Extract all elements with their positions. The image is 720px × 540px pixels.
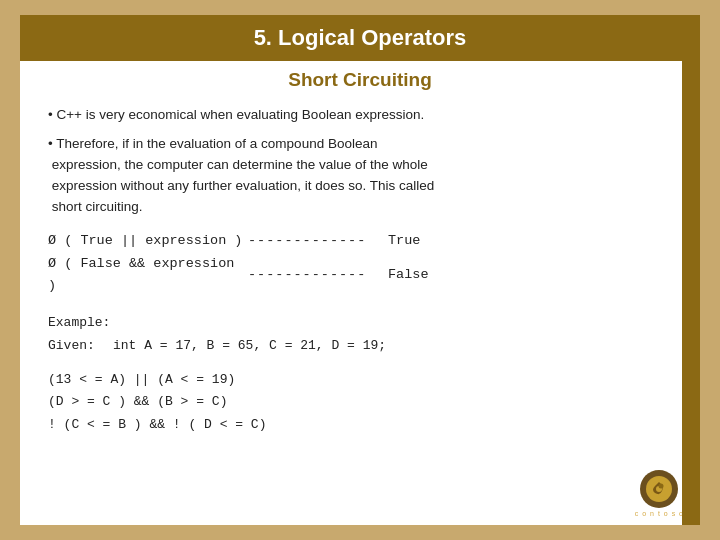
- code-row-2-result: False: [388, 264, 429, 287]
- bullet-2-line3: expression without any further evaluatio…: [52, 178, 434, 193]
- expr-2: (D > = C ) && (B > = C): [48, 391, 672, 414]
- code-row-2: Ø ( False && expression ) ------------- …: [48, 253, 672, 299]
- logo-circle: [640, 470, 678, 508]
- logo-inner: [646, 476, 672, 502]
- code-row-2-dashes: -------------: [248, 264, 388, 287]
- code-row-2-expr: Ø ( False && expression ): [48, 253, 248, 299]
- code-row-1-expr: Ø ( True || expression ): [48, 230, 248, 253]
- content-area: • C++ is very economical when evaluating…: [20, 97, 700, 447]
- given-value: int A = 17, B = 65, C = 21, D = 19;: [113, 335, 386, 357]
- svg-point-2: [659, 484, 664, 489]
- slide-container: 5. Logical Operators Short Circuiting • …: [20, 15, 700, 525]
- expressions-block: (13 < = A) || (A < = 19) (D > = C ) && (…: [48, 369, 672, 437]
- bullet-2-line2: expression, the computer can determine t…: [52, 157, 428, 172]
- bullet-dot-2: •: [48, 136, 56, 151]
- logo-swirl-icon: [648, 478, 670, 500]
- code-block: Ø ( True || expression ) ------------- T…: [48, 230, 672, 299]
- right-bar-decoration: [682, 15, 700, 525]
- given-line: Given: int A = 17, B = 65, C = 21, D = 1…: [48, 335, 672, 357]
- bullet-2: • Therefore, if in the evaluation of a c…: [48, 134, 672, 218]
- expr-1: (13 < = A) || (A < = 19): [48, 369, 672, 392]
- bullet-1: • C++ is very economical when evaluating…: [48, 105, 672, 126]
- expr-3: ! (C < = B ) && ! ( D < = C): [48, 414, 672, 437]
- given-label: Given:: [48, 335, 103, 357]
- bullet-2-line4: short circuiting.: [52, 199, 143, 214]
- example-block: Example: Given: int A = 17, B = 65, C = …: [48, 312, 672, 356]
- contoso-logo: c o n t o s o: [635, 470, 684, 517]
- code-row-1-dashes: -------------: [248, 230, 388, 253]
- logo-text: c o n t o s o: [635, 510, 684, 517]
- subtitle-text: Short Circuiting: [288, 69, 432, 90]
- title-text: 5. Logical Operators: [254, 25, 467, 50]
- example-label-line: Example:: [48, 312, 672, 334]
- code-row-1-result: True: [388, 230, 420, 253]
- code-row-1: Ø ( True || expression ) ------------- T…: [48, 230, 672, 253]
- subtitle: Short Circuiting: [20, 61, 700, 97]
- bullet-1-text: C++ is very economical when evaluating B…: [56, 107, 424, 122]
- bullet-2-line1: Therefore, if in the evaluation of a com…: [56, 136, 377, 151]
- title-bar: 5. Logical Operators: [20, 15, 700, 61]
